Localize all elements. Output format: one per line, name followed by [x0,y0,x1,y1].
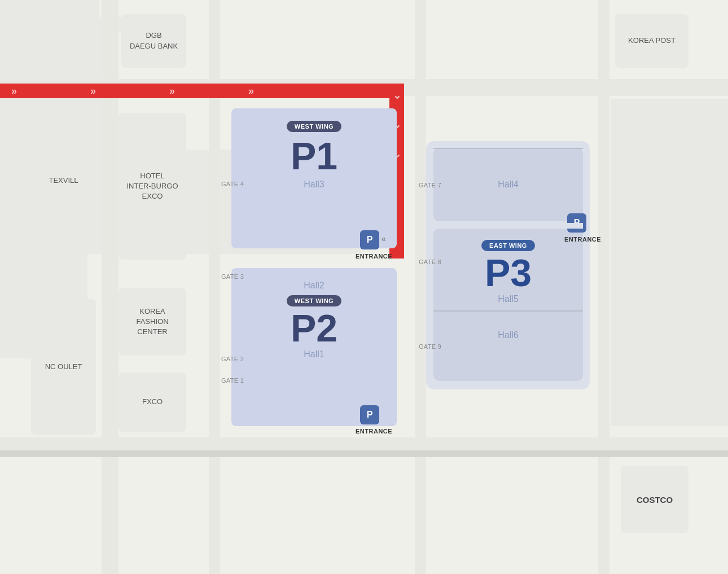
gate1-label: GATE 1 [221,377,244,384]
arrow-left-p1: « [381,234,386,243]
west-wing-label-p1: WEST WING [295,123,334,130]
parking-icon-p2: P [367,410,373,420]
building-nc-label: NC OULET [45,362,82,372]
gate9-label: GATE 9 [419,343,441,350]
west-wing-p2-area: Hall2 WEST WING P2 Hall1 [231,268,397,426]
building-dgb: DGB DAEGU BANK [121,14,186,68]
p1-label: P1 [291,137,337,175]
p3-label: P3 [485,253,532,292]
west-wing-label-p2: WEST WING [295,297,334,304]
building-korea-post: KOREA POST [615,14,688,68]
west-wing-badge-p2: WEST WING [287,295,341,306]
east-wing-label: EAST WING [489,242,527,249]
arrow-down-1: ⌄ [393,89,401,102]
road-bottom [0,450,728,457]
hall-divider [433,310,583,312]
entrance-label-east: ENTRANCE [564,236,601,243]
gate2: GATE 2 [221,356,244,362]
gate3: GATE 3 [221,273,244,280]
entrance-text-p2: ENTRANCE [356,428,392,435]
hall4-divider [433,148,583,149]
gate2-label: GATE 2 [221,356,244,362]
building-texvill-label: TEXVILL [49,176,78,186]
parking-box-p1: P [360,230,379,249]
hall1-label: Hall1 [304,349,324,360]
hall3-label: Hall3 [304,179,324,190]
entrance-label-p2: ENTRANCE [356,428,392,435]
building-costco-label: COSTCO [637,494,673,506]
building-dgb-label: DGB DAEGU BANK [130,30,178,51]
parking-box-p2: P [360,405,379,424]
hall6-label: Hall6 [498,330,518,340]
entrance-text-p1: ENTRANCE [356,253,392,260]
p2-label: P2 [291,309,337,347]
gate7: GATE 7 [419,182,441,189]
west-wing-badge-p1: WEST WING [287,121,341,132]
arrow-right-3: » [169,85,175,97]
map-container: » » » » ⌄ ⌄ ⌄ DGB DAEGU BANK KOREA POST … [0,0,728,574]
building-hotel-label: HOTEL INTER-BURGO EXCO [127,171,178,202]
hall4-label: Hall4 [498,179,518,190]
arrow-right-1: » [11,85,17,97]
building-kfc: KOREA FASHION CENTER [119,288,186,356]
west-wing-p1-area: WEST WING P1 Hall3 [231,108,397,248]
right-panel-top [611,99,728,426]
gate8-label: GATE 8 [419,258,441,265]
hall4-area: Hall4 [433,148,583,221]
east-main-area: EAST WING P3 Hall5 Hall6 [433,229,583,381]
east-wing-badge: EAST WING [481,240,535,251]
building-nc: NC OULET [31,299,96,435]
panel-left-mid [0,0,99,17]
panel-top3 [0,31,113,45]
building-texvill: TEXVILL [31,113,96,248]
gate4: GATE 4 [221,181,244,187]
gate3-label: GATE 3 [221,273,244,280]
arrow-right-2: » [90,85,96,97]
hall-gap [433,223,583,229]
gate4-label: GATE 4 [221,181,244,187]
building-fxco: FXCO [119,373,186,432]
entrance-label-p1: ENTRANCE [356,253,392,260]
gate9: GATE 9 [419,343,441,350]
building-kfc-label: KOREA FASHION CENTER [136,306,168,338]
entrance-text-east: ENTRANCE [564,236,601,243]
arrow-right-4: » [248,85,254,97]
building-hotel: HOTEL INTER-BURGO EXCO [119,113,186,260]
building-korea-post-label: KOREA POST [628,36,676,46]
hall5-label: Hall5 [498,294,518,304]
gate8: GATE 8 [419,258,441,265]
gate1: GATE 1 [221,377,244,384]
building-fxco-label: FXCO [142,397,163,407]
building-costco: COSTCO [621,466,688,533]
parking-icon-p1: P [367,235,373,245]
red-road-horizontal: » » » » [0,84,404,98]
hall2-label: Hall2 [304,281,324,291]
gate7-label: GATE 7 [419,182,441,189]
